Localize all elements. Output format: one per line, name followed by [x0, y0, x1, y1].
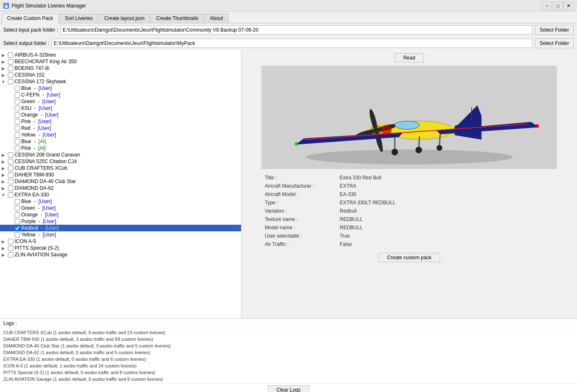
checkbox-extra-purple[interactable]: [15, 219, 20, 224]
checkbox-c172-pink-ai[interactable]: [15, 146, 20, 151]
checkbox-daher[interactable]: [8, 172, 13, 178]
checkbox-c172-blue-user[interactable]: [15, 86, 20, 91]
expand-icon-diamond62[interactable]: ▶: [0, 186, 7, 191]
logs-content[interactable]: CUB CRAFTERS XCub (1 asobo default, 0 as…: [0, 328, 577, 383]
tree-item-icon-a5[interactable]: ▶ ICON A-5: [0, 238, 241, 245]
expand-icon-icon-a5[interactable]: ▶: [0, 239, 7, 244]
expand-icon-cubcrafters[interactable]: ▶: [0, 166, 7, 171]
tree-item-cessna525[interactable]: ▶ CESSNA 525C Citation CJ4: [0, 158, 241, 165]
checkbox-c172-blue-ai[interactable]: [15, 139, 20, 144]
tree-child-extra-purple[interactable]: Purple - [User]: [0, 218, 241, 225]
tree-child-extra-blue[interactable]: Blue - [User]: [0, 198, 241, 205]
plane-image-svg: [262, 66, 557, 169]
tree-child-c172-pink[interactable]: Pink - [User]: [0, 118, 241, 125]
expand-icon-cessna208[interactable]: ▶: [0, 153, 7, 157]
checkbox-extra-orange[interactable]: [15, 212, 20, 218]
minimize-button[interactable]: –: [542, 2, 552, 10]
tree-item-airbus[interactable]: ▶ AIRBUS A-320neo: [0, 52, 241, 58]
tree-child-c172-blue-ai[interactable]: Blue - [AI]: [0, 138, 241, 145]
checkbox-extra-redbull[interactable]: [15, 226, 20, 231]
expand-icon-cessna172[interactable]: ▼: [0, 79, 7, 84]
output-folder-select-button[interactable]: Select Folder: [535, 38, 574, 48]
checkbox-extra330[interactable]: [8, 192, 13, 198]
tree-label-diamond62: DIAMOND DA-62: [15, 185, 240, 191]
read-button[interactable]: Read: [395, 53, 424, 62]
tree-item-beechcraft[interactable]: ▶ BEECHCRAFT King Air 350: [0, 58, 241, 65]
tree-child-c172-red[interactable]: Red - [User]: [0, 125, 241, 131]
input-folder-select-button[interactable]: Select Folder: [535, 25, 574, 35]
checkbox-c172-green[interactable]: [15, 99, 20, 104]
close-button[interactable]: ✕: [564, 2, 574, 10]
tree-item-zlin[interactable]: ▶ ZLIN AVIATION Savage: [0, 251, 241, 258]
input-folder-input[interactable]: [60, 25, 532, 35]
checkbox-extra-blue[interactable]: [15, 199, 20, 204]
expand-icon-cessna525[interactable]: ▶: [0, 159, 7, 164]
tree-child-c172-pink-ai[interactable]: Pink - [AI]: [0, 145, 241, 151]
expand-icon-diamond40[interactable]: ▶: [0, 179, 7, 184]
tree-item-boeing[interactable]: ▶ BOEING 747-8i: [0, 65, 241, 72]
checkbox-cessna152[interactable]: [8, 72, 13, 78]
label-extra-orange: Orange - [User]: [21, 212, 240, 218]
tab-create-custom-pack[interactable]: Create Custom Pack: [2, 13, 59, 23]
tree-item-extra330[interactable]: ▼ EXTRA EA-330: [0, 191, 241, 198]
tree-item-cessna208[interactable]: ▶ CESSNA 208 Grand Caravan: [0, 151, 241, 158]
tree-child-c172-orange[interactable]: Orange - [User]: [0, 112, 241, 118]
expand-icon-boeing[interactable]: ▶: [0, 66, 7, 71]
checkbox-cessna208[interactable]: [8, 152, 13, 158]
checkbox-diamond40[interactable]: [8, 179, 13, 184]
tab-sort-liveries[interactable]: Sort Liveries: [60, 13, 98, 23]
tree-child-extra-green[interactable]: Green - [User]: [0, 205, 241, 211]
checkbox-icon-a5[interactable]: [8, 239, 13, 244]
tree-item-cubcrafters[interactable]: ▶ CUB CRAFTERS XCub: [0, 165, 241, 171]
checkbox-cessna172[interactable]: [8, 79, 13, 84]
tree-child-c172-yellow[interactable]: Yellow - [User]: [0, 131, 241, 138]
checkbox-zlin[interactable]: [8, 252, 13, 258]
create-custom-pack-button[interactable]: Create custom pack: [378, 253, 440, 262]
tree-child-c172-cfefn[interactable]: C-FEFN - [User]: [0, 92, 241, 98]
checkbox-extra-yellow[interactable]: [15, 232, 20, 238]
checkbox-c172-pink[interactable]: [15, 119, 20, 124]
checkbox-c172-cfefn[interactable]: [15, 92, 20, 98]
clear-logs-button[interactable]: Clear Logs: [268, 385, 309, 392]
checkbox-c172-red[interactable]: [15, 126, 20, 131]
checkbox-diamond62[interactable]: [8, 186, 13, 191]
tree-child-c172-green[interactable]: Green - [User]: [0, 98, 241, 105]
checkbox-boeing[interactable]: [8, 66, 13, 71]
checkbox-airbus[interactable]: [8, 52, 13, 58]
input-folder-label: Select input pack folder :: [3, 27, 58, 33]
checkbox-beechcraft[interactable]: [8, 59, 13, 65]
tab-create-layout[interactable]: Create layout.json: [99, 13, 150, 23]
tree-child-extra-redbull[interactable]: Redbull - [User]: [0, 225, 241, 231]
checkbox-c172-orange[interactable]: [15, 112, 20, 118]
tree-child-c172-blue-user[interactable]: Blue - [User]: [0, 85, 241, 92]
tree-child-c172-ksu[interactable]: KSU - [User]: [0, 105, 241, 112]
tree-item-cessna172[interactable]: ▼ CESSNA 172 Skyhawk: [0, 78, 241, 85]
expand-icon-beechcraft[interactable]: ▶: [0, 60, 7, 64]
maximize-button[interactable]: □: [553, 2, 563, 10]
expand-icon-pitts[interactable]: ▶: [0, 246, 7, 251]
tab-create-thumbnails[interactable]: Create Thumbnails: [151, 13, 204, 23]
tree-child-extra-yellow[interactable]: Yellow - [User]: [0, 231, 241, 238]
output-folder-input[interactable]: [52, 39, 532, 48]
tab-about[interactable]: About: [204, 13, 228, 23]
checkbox-cessna525[interactable]: [8, 159, 13, 164]
expand-icon-extra330[interactable]: ▼: [0, 193, 7, 197]
tree-item-pitts[interactable]: ▶ PITTS Special (S-2): [0, 245, 241, 251]
expand-icon-airbus[interactable]: ▶: [0, 53, 7, 57]
checkbox-cubcrafters[interactable]: [8, 166, 13, 171]
checkbox-c172-ksu[interactable]: [15, 106, 20, 111]
expand-icon-cessna152[interactable]: ▶: [0, 73, 7, 77]
checkbox-pitts[interactable]: [8, 246, 13, 251]
type-label: Type :: [261, 199, 336, 206]
tree-item-diamond62[interactable]: ▶ DIAMOND DA-62: [0, 185, 241, 191]
expand-icon-daher[interactable]: ▶: [0, 173, 7, 177]
svg-point-26: [536, 124, 539, 128]
expand-icon-zlin[interactable]: ▶: [0, 253, 7, 257]
checkbox-c172-yellow[interactable]: [15, 132, 20, 138]
tree-child-extra-orange[interactable]: Orange - [User]: [0, 211, 241, 218]
checkbox-extra-green[interactable]: [15, 206, 20, 211]
tree-item-daher[interactable]: ▶ DAHER TBM-930: [0, 171, 241, 178]
tree-item-cessna152[interactable]: ▶ CESSNA 152: [0, 72, 241, 78]
tab-bar: Create Custom Pack Sort Liveries Create …: [0, 12, 577, 23]
tree-item-diamond40[interactable]: ▶ DIAMOND DA-40 Club Star: [0, 178, 241, 185]
